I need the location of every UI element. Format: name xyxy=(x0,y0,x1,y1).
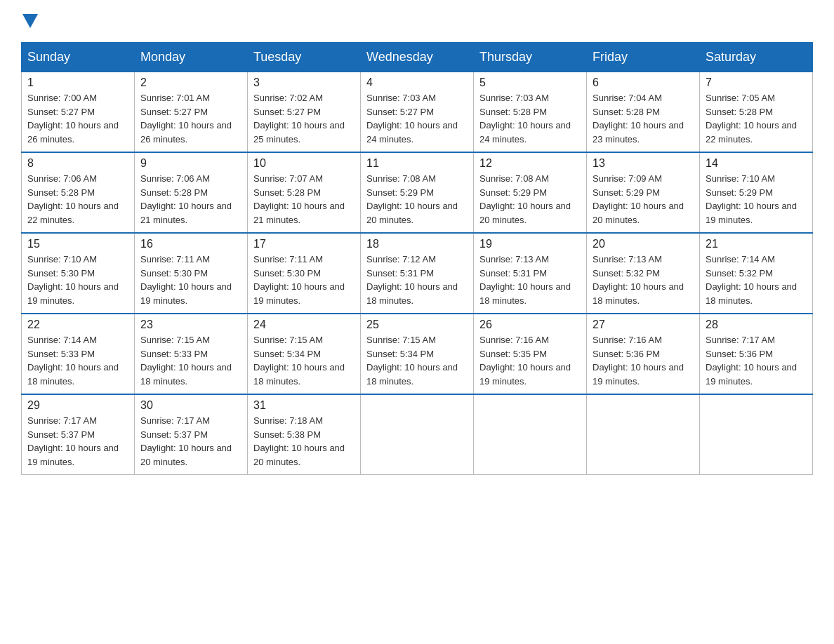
sunset-label: Sunset: 5:28 PM xyxy=(27,187,95,198)
sunset-label: Sunset: 5:34 PM xyxy=(366,349,434,359)
day-info: Sunrise: 7:05 AM Sunset: 5:28 PM Dayligh… xyxy=(706,91,807,146)
calendar-cell: 1 Sunrise: 7:00 AM Sunset: 5:27 PM Dayli… xyxy=(22,72,135,153)
sunrise-label: Sunrise: 7:08 AM xyxy=(366,173,436,184)
logo xyxy=(21,14,38,31)
daylight-label: Daylight: 10 hours and 26 minutes. xyxy=(27,120,119,145)
day-number: 31 xyxy=(253,399,355,412)
day-number: 3 xyxy=(253,76,355,89)
sunset-label: Sunset: 5:31 PM xyxy=(366,268,434,279)
day-info: Sunrise: 7:00 AM Sunset: 5:27 PM Dayligh… xyxy=(27,91,128,146)
svg-marker-0 xyxy=(22,14,38,28)
header-saturday: Saturday xyxy=(700,43,813,72)
day-info: Sunrise: 7:10 AM Sunset: 5:29 PM Dayligh… xyxy=(706,172,807,227)
sunset-label: Sunset: 5:33 PM xyxy=(27,349,95,359)
logo-triangle-icon xyxy=(22,14,38,28)
sunset-label: Sunset: 5:29 PM xyxy=(593,187,660,198)
daylight-label: Daylight: 10 hours and 18 minutes. xyxy=(27,362,119,387)
day-number: 30 xyxy=(140,399,241,412)
daylight-label: Daylight: 10 hours and 19 minutes. xyxy=(706,362,797,387)
sunrise-label: Sunrise: 7:16 AM xyxy=(593,335,662,345)
calendar-cell xyxy=(700,394,813,475)
sunrise-label: Sunrise: 7:05 AM xyxy=(706,93,775,103)
sunrise-label: Sunrise: 7:14 AM xyxy=(706,254,775,264)
day-number: 17 xyxy=(253,238,355,250)
sunrise-label: Sunrise: 7:15 AM xyxy=(253,335,323,345)
sunset-label: Sunset: 5:28 PM xyxy=(479,107,547,117)
day-info: Sunrise: 7:07 AM Sunset: 5:28 PM Dayligh… xyxy=(253,172,355,227)
day-number: 22 xyxy=(27,318,128,331)
calendar-cell: 14 Sunrise: 7:10 AM Sunset: 5:29 PM Dayl… xyxy=(700,152,813,233)
sunset-label: Sunset: 5:38 PM xyxy=(253,429,321,440)
day-number: 6 xyxy=(593,76,694,89)
sunrise-label: Sunrise: 7:10 AM xyxy=(27,254,97,264)
day-info: Sunrise: 7:04 AM Sunset: 5:28 PM Dayligh… xyxy=(593,91,694,146)
sunset-label: Sunset: 5:27 PM xyxy=(366,107,434,117)
day-number: 14 xyxy=(706,157,807,170)
sunrise-label: Sunrise: 7:07 AM xyxy=(253,173,323,184)
sunrise-label: Sunrise: 7:15 AM xyxy=(140,335,210,345)
day-number: 23 xyxy=(140,318,241,331)
day-info: Sunrise: 7:14 AM Sunset: 5:33 PM Dayligh… xyxy=(27,333,128,388)
header-monday: Monday xyxy=(135,43,248,72)
daylight-label: Daylight: 10 hours and 18 minutes. xyxy=(366,362,458,387)
daylight-label: Daylight: 10 hours and 18 minutes. xyxy=(140,362,232,387)
daylight-label: Daylight: 10 hours and 19 minutes. xyxy=(27,443,119,467)
calendar-header-row: SundayMondayTuesdayWednesdayThursdayFrid… xyxy=(22,43,813,72)
sunrise-label: Sunrise: 7:11 AM xyxy=(253,254,323,264)
header-thursday: Thursday xyxy=(474,43,587,72)
day-info: Sunrise: 7:15 AM Sunset: 5:34 PM Dayligh… xyxy=(366,333,468,388)
calendar-cell: 4 Sunrise: 7:03 AM Sunset: 5:27 PM Dayli… xyxy=(361,72,474,153)
sunset-label: Sunset: 5:33 PM xyxy=(140,349,208,359)
sunset-label: Sunset: 5:28 PM xyxy=(593,107,660,117)
sunset-label: Sunset: 5:32 PM xyxy=(706,268,773,279)
calendar-cell: 17 Sunrise: 7:11 AM Sunset: 5:30 PM Dayl… xyxy=(248,233,361,314)
sunrise-label: Sunrise: 7:17 AM xyxy=(706,335,775,345)
sunset-label: Sunset: 5:30 PM xyxy=(253,268,321,279)
daylight-label: Daylight: 10 hours and 18 minutes. xyxy=(253,362,345,387)
calendar-cell: 2 Sunrise: 7:01 AM Sunset: 5:27 PM Dayli… xyxy=(135,72,248,153)
daylight-label: Daylight: 10 hours and 18 minutes. xyxy=(706,281,797,306)
day-info: Sunrise: 7:02 AM Sunset: 5:27 PM Dayligh… xyxy=(253,91,355,146)
calendar-cell: 7 Sunrise: 7:05 AM Sunset: 5:28 PM Dayli… xyxy=(700,72,813,153)
sunrise-label: Sunrise: 7:04 AM xyxy=(593,93,662,103)
day-info: Sunrise: 7:11 AM Sunset: 5:30 PM Dayligh… xyxy=(140,253,241,307)
calendar-cell xyxy=(474,394,587,475)
day-number: 28 xyxy=(706,318,807,331)
sunrise-label: Sunrise: 7:12 AM xyxy=(366,254,436,264)
daylight-label: Daylight: 10 hours and 19 minutes. xyxy=(706,201,797,225)
sunset-label: Sunset: 5:29 PM xyxy=(366,187,434,198)
calendar-week-row: 29 Sunrise: 7:17 AM Sunset: 5:37 PM Dayl… xyxy=(22,394,813,475)
daylight-label: Daylight: 10 hours and 21 minutes. xyxy=(253,201,345,225)
calendar-cell: 3 Sunrise: 7:02 AM Sunset: 5:27 PM Dayli… xyxy=(248,72,361,153)
daylight-label: Daylight: 10 hours and 18 minutes. xyxy=(593,281,684,306)
day-info: Sunrise: 7:17 AM Sunset: 5:37 PM Dayligh… xyxy=(27,414,128,469)
sunset-label: Sunset: 5:27 PM xyxy=(140,107,208,117)
day-number: 11 xyxy=(366,157,468,170)
sunset-label: Sunset: 5:36 PM xyxy=(706,349,773,359)
daylight-label: Daylight: 10 hours and 19 minutes. xyxy=(479,362,571,387)
sunrise-label: Sunrise: 7:18 AM xyxy=(253,415,323,426)
calendar-cell: 29 Sunrise: 7:17 AM Sunset: 5:37 PM Dayl… xyxy=(22,394,135,475)
daylight-label: Daylight: 10 hours and 22 minutes. xyxy=(27,201,119,225)
day-number: 25 xyxy=(366,318,468,331)
daylight-label: Daylight: 10 hours and 23 minutes. xyxy=(593,120,684,145)
calendar-cell: 6 Sunrise: 7:04 AM Sunset: 5:28 PM Dayli… xyxy=(587,72,700,153)
sunset-label: Sunset: 5:28 PM xyxy=(140,187,208,198)
daylight-label: Daylight: 10 hours and 22 minutes. xyxy=(706,120,797,145)
day-info: Sunrise: 7:06 AM Sunset: 5:28 PM Dayligh… xyxy=(140,172,241,227)
day-number: 12 xyxy=(479,157,581,170)
sunset-label: Sunset: 5:37 PM xyxy=(27,429,95,440)
day-info: Sunrise: 7:06 AM Sunset: 5:28 PM Dayligh… xyxy=(27,172,128,227)
day-info: Sunrise: 7:17 AM Sunset: 5:37 PM Dayligh… xyxy=(140,414,241,469)
sunrise-label: Sunrise: 7:06 AM xyxy=(27,173,97,184)
calendar-cell: 31 Sunrise: 7:18 AM Sunset: 5:38 PM Dayl… xyxy=(248,394,361,475)
sunset-label: Sunset: 5:36 PM xyxy=(593,349,660,359)
calendar-cell: 8 Sunrise: 7:06 AM Sunset: 5:28 PM Dayli… xyxy=(22,152,135,233)
sunrise-label: Sunrise: 7:17 AM xyxy=(140,415,210,426)
day-number: 13 xyxy=(593,157,694,170)
calendar-cell: 13 Sunrise: 7:09 AM Sunset: 5:29 PM Dayl… xyxy=(587,152,700,233)
sunrise-label: Sunrise: 7:11 AM xyxy=(140,254,210,264)
day-info: Sunrise: 7:14 AM Sunset: 5:32 PM Dayligh… xyxy=(706,253,807,307)
daylight-label: Daylight: 10 hours and 20 minutes. xyxy=(593,201,684,225)
day-info: Sunrise: 7:12 AM Sunset: 5:31 PM Dayligh… xyxy=(366,253,468,307)
